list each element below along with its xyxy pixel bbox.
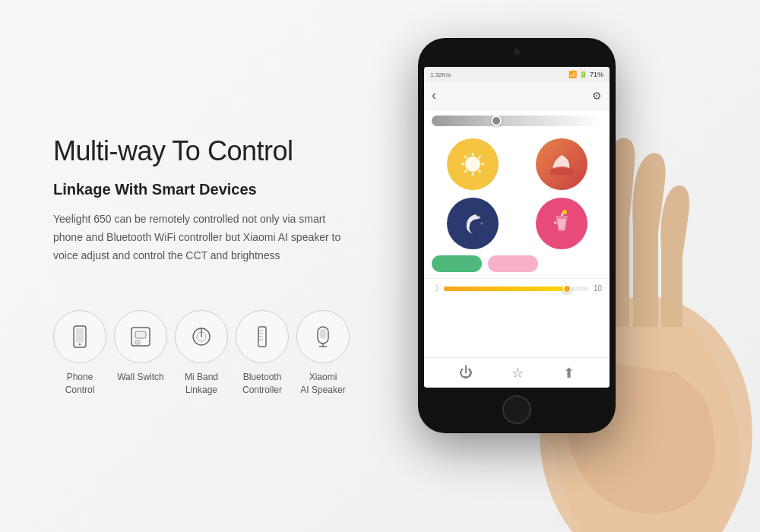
scene-drink-row: [521, 198, 602, 249]
svg-point-37: [480, 223, 483, 225]
sub-title: Linkage With Smart Devices: [53, 181, 350, 198]
icon-item-xiaomi-speaker: XiaomiAI Speaker: [296, 310, 350, 397]
wifi-icon: 📶: [568, 71, 577, 78]
main-title: Multi-way To Control: [53, 135, 350, 167]
svg-point-36: [477, 216, 480, 219]
svg-line-40: [554, 222, 556, 223]
share-nav-icon[interactable]: ⬆: [563, 365, 575, 382]
icon-circle-speaker: [296, 310, 350, 363]
svg-line-34: [478, 156, 480, 158]
scene-sunset[interactable]: [536, 138, 587, 190]
phone-camera: [514, 49, 520, 55]
mi-band-label: Mi Band Linkage: [175, 371, 228, 397]
brightness-track[interactable]: [444, 287, 589, 291]
brightness-row: ☽ 10: [424, 278, 610, 298]
icon-item-bluetooth: BluetoothController: [236, 310, 289, 397]
svg-rect-19: [320, 329, 326, 339]
phone-mockup: 1.32K/s 📶 🔋 71% ‹ ⚙: [418, 38, 616, 433]
icon-row: Phone Control Wall Switch: [53, 310, 350, 397]
icon-item-phone-control: Phone Control: [53, 310, 106, 397]
icon-item-wall-switch: Wall Switch: [114, 310, 167, 384]
power-nav-icon[interactable]: ⏻: [459, 365, 473, 381]
scene-drink[interactable]: [536, 198, 587, 249]
svg-point-25: [639, 276, 650, 283]
brightness-low-icon: ☽: [432, 283, 439, 293]
bluetooth-icon: [249, 324, 275, 350]
description: Yeelight 650 can be remotely controlled …: [53, 211, 350, 264]
switch-icon: [128, 324, 154, 350]
status-bar: 1.32K/s 📶 🔋 71%: [424, 67, 610, 82]
page-wrapper: Multi-way To Control Linkage With Smart …: [0, 0, 760, 532]
phone-icon: [67, 324, 93, 350]
speaker-icon: [310, 324, 336, 350]
wall-switch-label: Wall Switch: [117, 371, 164, 384]
settings-button[interactable]: ⚙: [592, 90, 602, 102]
left-content: Multi-way To Control Linkage With Smart …: [0, 90, 395, 442]
bluetooth-label: BluetoothController: [242, 371, 282, 397]
status-speed: 1.32K/s: [430, 71, 451, 78]
slider-section: [424, 109, 610, 132]
battery-icon: 🔋: [579, 71, 587, 78]
icon-circle-phone: [53, 310, 106, 363]
icon-circle-mi-band: [175, 310, 228, 363]
scene-moon-row: [432, 198, 513, 249]
svg-rect-5: [135, 340, 140, 344]
brightness-fill: [444, 287, 567, 291]
brightness-thumb: [562, 284, 572, 293]
svg-rect-4: [135, 331, 146, 338]
phone-control-label: Phone Control: [53, 371, 106, 397]
svg-line-32: [464, 156, 467, 158]
svg-point-27: [465, 157, 480, 172]
icon-circle-bluetooth: [236, 310, 289, 363]
phone-home-button[interactable]: [502, 395, 531, 424]
svg-point-26: [667, 290, 677, 296]
brightness-value: 10: [594, 284, 602, 293]
favorites-nav-icon[interactable]: ☆: [511, 365, 524, 382]
scene-moon[interactable]: [447, 198, 499, 249]
back-button[interactable]: ‹: [432, 87, 436, 103]
scene-sun-row: [432, 138, 513, 190]
scene-grid: [424, 132, 610, 255]
battery-percent: 71%: [590, 71, 603, 78]
scene-sunset-row: [521, 138, 602, 190]
icon-item-mi-band: Mi Band Linkage: [175, 310, 228, 397]
phone-screen: 1.32K/s 📶 🔋 71% ‹ ⚙: [424, 67, 610, 388]
mi-band-icon: [188, 324, 214, 350]
svg-point-39: [562, 210, 567, 214]
right-content: 1.32K/s 📶 🔋 71% ‹ ⚙: [395, 0, 760, 532]
svg-point-2: [79, 344, 81, 346]
svg-line-35: [464, 170, 467, 173]
xiaomi-speaker-label: XiaomiAI Speaker: [300, 371, 345, 397]
scene-sun[interactable]: [447, 138, 499, 190]
svg-line-33: [478, 170, 480, 173]
bottom-nav: ⏻ ☆ ⬆: [424, 357, 610, 388]
app-bar: ‹ ⚙: [424, 82, 610, 109]
icon-circle-switch: [114, 310, 167, 363]
svg-rect-1: [76, 328, 84, 342]
